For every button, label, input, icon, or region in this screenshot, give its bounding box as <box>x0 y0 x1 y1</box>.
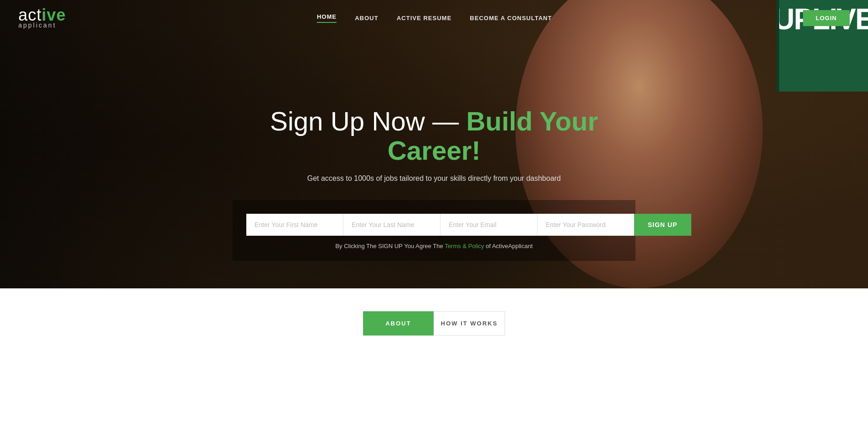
email-input[interactable] <box>440 214 537 236</box>
logo-wordmark: active <box>18 7 66 23</box>
logo: active applicant <box>18 7 66 29</box>
nav-right: LOGIN <box>803 10 850 26</box>
terms-link[interactable]: Terms & Policy <box>445 243 484 249</box>
form-row: SIGN UP <box>246 214 622 236</box>
logo-applicant: applicant <box>18 22 56 29</box>
signup-button[interactable]: SIGN UP <box>634 214 691 236</box>
nav-links: HOME ABOUT ACTIVE RESUME BECOME A CONSUL… <box>317 13 552 23</box>
password-input[interactable] <box>537 214 634 236</box>
hero-title-part1: Sign Up Now — <box>270 106 467 136</box>
terms-prefix: By Clicking The SIGN UP You Agree The <box>335 243 445 249</box>
terms-text: By Clicking The SIGN UP You Agree The Te… <box>246 243 622 249</box>
tab-about[interactable]: ABOUT <box>363 311 434 336</box>
hero-subtitle: Get access to 1000s of jobs tailored to … <box>251 174 617 182</box>
nav-home[interactable]: HOME <box>317 13 336 23</box>
terms-suffix: of ActiveApplicant <box>484 243 532 249</box>
hero-content: Sign Up Now — Build Your Career! Get acc… <box>251 107 617 201</box>
nav-consultant[interactable]: BECOME A CONSULTANT <box>470 15 552 22</box>
hero-section: UPLIVE active applicant HOME ABOUT ACTIV… <box>0 0 868 288</box>
hero-title: Sign Up Now — Build Your Career! <box>251 107 617 165</box>
bottom-section: ABOUT HOW IT WORKS <box>0 288 868 358</box>
nav-about[interactable]: ABOUT <box>355 15 378 22</box>
signup-form: SIGN UP By Clicking The SIGN UP You Agre… <box>233 200 635 261</box>
navbar: active applicant HOME ABOUT ACTIVE RESUM… <box>0 0 868 36</box>
last-name-input[interactable] <box>343 214 440 236</box>
first-name-input[interactable] <box>246 214 343 236</box>
login-button[interactable]: LOGIN <box>803 10 850 26</box>
tab-how-it-works[interactable]: HOW IT WORKS <box>434 311 505 336</box>
tabs-container: ABOUT HOW IT WORKS <box>363 311 505 336</box>
nav-active-resume[interactable]: ACTIVE RESUME <box>396 15 451 22</box>
